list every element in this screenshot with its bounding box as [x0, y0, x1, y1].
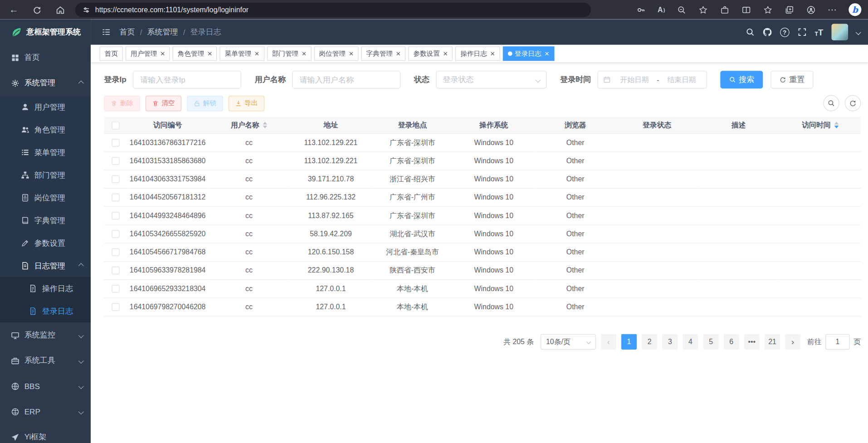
app-logo[interactable]: 意框架管理系统	[0, 19, 91, 45]
font-size-icon[interactable]: TT	[815, 27, 824, 37]
table-row[interactable]: 1641031533185863680cc113.102.129.221广东省-…	[104, 151, 861, 170]
sort-icon[interactable]	[263, 122, 267, 128]
table-row[interactable]: 1641031367863177216cc113.102.129.221广东省-…	[104, 133, 861, 151]
sidebar-item-yi-framework[interactable]: Yi框架	[0, 424, 91, 443]
sidebar-item-system-monitor[interactable]: 系统监控	[0, 322, 91, 348]
favorites-bar-icon[interactable]	[763, 5, 773, 15]
refresh-table-button[interactable]	[845, 95, 861, 111]
browser-settings-icon[interactable]: ⋯	[828, 5, 837, 15]
row-checkbox[interactable]	[112, 230, 119, 238]
password-key-icon[interactable]	[636, 5, 646, 15]
browser-home-button[interactable]	[55, 5, 65, 15]
row-checkbox[interactable]	[112, 175, 119, 183]
hide-search-button[interactable]	[823, 95, 839, 111]
site-permissions-icon[interactable]	[83, 6, 90, 14]
collections-icon[interactable]	[785, 5, 795, 15]
delete-button[interactable]: 删除	[104, 95, 140, 111]
tab-close-icon[interactable]: ×	[443, 50, 448, 58]
status-select[interactable]: 登录状态	[436, 71, 547, 88]
table-row[interactable]: 1641043063331753984cc39.171.210.78浙江省-绍兴…	[104, 170, 861, 188]
sidebar-item-system-management[interactable]: 系统管理	[0, 70, 91, 96]
tab-login-log[interactable]: 登录日志×	[502, 46, 554, 61]
export-button[interactable]: 导出	[229, 95, 264, 111]
tab-close-icon[interactable]: ×	[490, 50, 495, 58]
breadcrumb-item[interactable]: 系统管理	[147, 27, 178, 37]
table-row[interactable]: 1641044520567181312cc112.96.225.132广东省-广…	[104, 188, 861, 206]
table-row[interactable]: 1641044993248464896cc113.87.92.165广东省-深圳…	[104, 206, 861, 224]
tab-close-icon[interactable]: ×	[208, 50, 212, 58]
table-row[interactable]: 1641069798270046208cc127.0.0.1本地-本机Windo…	[104, 297, 861, 316]
sidebar-toggle-button[interactable]	[102, 28, 111, 37]
page-button-4[interactable]: 4	[683, 334, 698, 349]
table-row[interactable]: 1641059633978281984cc222.90.130.18陕西省-西安…	[104, 261, 861, 279]
sidebar-item-user-management[interactable]: 用户管理	[0, 96, 91, 118]
row-checkbox[interactable]	[112, 157, 119, 165]
column-header[interactable]: 访问时间	[780, 117, 861, 133]
table-row[interactable]: 1641054566717984768cc120.6.150.158河北省-秦皇…	[104, 243, 861, 261]
table-row[interactable]: 1641053426655825920cc58.19.42.209湖北省-武汉市…	[104, 224, 861, 243]
read-aloud-icon[interactable]: A)	[658, 5, 665, 15]
zoom-out-icon[interactable]	[677, 5, 687, 15]
row-checkbox[interactable]	[112, 303, 119, 311]
column-header[interactable]: 用户名称	[208, 117, 290, 133]
login-time-range-picker[interactable]: 开始日期 - 结束日期	[598, 71, 707, 88]
unlock-button[interactable]: 解锁	[187, 95, 223, 111]
next-page-button[interactable]: ›	[785, 334, 800, 349]
sidebar-item-login-log[interactable]: 登录日志	[0, 300, 91, 322]
sidebar-item-home[interactable]: 首页	[0, 45, 91, 70]
sidebar-item-dict-management[interactable]: 字典管理	[0, 209, 91, 232]
tab-close-icon[interactable]: ×	[349, 50, 353, 58]
tab-close-icon[interactable]: ×	[161, 50, 165, 58]
prev-page-button[interactable]: ‹	[601, 334, 616, 349]
tab-user-management[interactable]: 用户管理×	[126, 46, 170, 61]
sidebar-item-system-tools[interactable]: 系统工具	[0, 348, 91, 373]
search-button[interactable]: 搜索	[721, 71, 763, 88]
more-pages-button[interactable]: •••	[744, 334, 760, 349]
avatar-dropdown-caret[interactable]	[856, 29, 861, 35]
sidebar-item-role-management[interactable]: 角色管理	[0, 118, 91, 141]
sidebar-item-log-management[interactable]: 日志管理	[0, 254, 91, 277]
page-button-3[interactable]: 3	[662, 334, 678, 349]
sidebar-item-bbs[interactable]: BBS	[0, 373, 91, 399]
tab-dept-management[interactable]: 部门管理×	[267, 46, 312, 61]
browser-profile-icon[interactable]	[806, 5, 816, 15]
header-search-icon[interactable]	[746, 28, 755, 37]
page-button-6[interactable]: 6	[724, 334, 739, 349]
tab-close-icon[interactable]: ×	[545, 50, 549, 58]
tab-close-icon[interactable]: ×	[302, 50, 307, 58]
table-row[interactable]: 1641069652933218304cc127.0.0.1本地-本机Windo…	[104, 279, 861, 297]
page-button-21[interactable]: 21	[765, 334, 780, 349]
favorites-add-icon[interactable]	[698, 5, 708, 15]
tab-param-settings[interactable]: 参数设置×	[408, 46, 453, 61]
tab-dict-management[interactable]: 字典管理×	[361, 46, 406, 61]
row-checkbox[interactable]	[112, 248, 119, 256]
sidebar-item-dept-management[interactable]: 部门管理	[0, 164, 91, 186]
user-name-input[interactable]	[293, 71, 401, 88]
breadcrumb-item[interactable]: 首页	[119, 27, 135, 37]
tab-operation-log[interactable]: 操作日志×	[455, 46, 500, 61]
browser-back-button[interactable]: ←	[9, 5, 19, 15]
row-checkbox[interactable]	[112, 139, 119, 147]
row-checkbox[interactable]	[112, 267, 119, 274]
row-checkbox[interactable]	[112, 212, 119, 220]
sidebar-item-erp[interactable]: ERP	[0, 399, 91, 424]
login-ip-input[interactable]	[133, 71, 241, 88]
row-checkbox[interactable]	[112, 285, 119, 293]
page-size-select[interactable]: 10条/页	[541, 334, 596, 349]
sidebar-item-param-settings[interactable]: 参数设置	[0, 232, 91, 254]
sidebar-item-post-management[interactable]: 岗位管理	[0, 186, 91, 209]
clear-button[interactable]: 清空	[146, 95, 181, 111]
sidebar-item-menu-management[interactable]: 菜单管理	[0, 141, 91, 164]
user-avatar[interactable]	[832, 24, 848, 40]
bing-copilot-icon[interactable]: b	[848, 3, 861, 16]
browser-refresh-button[interactable]	[32, 5, 42, 15]
tab-post-management[interactable]: 岗位管理×	[314, 46, 359, 61]
github-icon[interactable]	[763, 28, 772, 37]
tab-home[interactable]: 首页	[100, 46, 123, 61]
browser-address-bar[interactable]: https://ccnetcore.com:1101/system/log/lo…	[75, 2, 591, 17]
page-button-1[interactable]: 1	[621, 334, 637, 349]
row-checkbox[interactable]	[112, 194, 119, 201]
tab-menu-management[interactable]: 菜单管理×	[220, 46, 264, 61]
extensions-icon[interactable]	[720, 5, 730, 15]
tab-close-icon[interactable]: ×	[255, 50, 259, 58]
